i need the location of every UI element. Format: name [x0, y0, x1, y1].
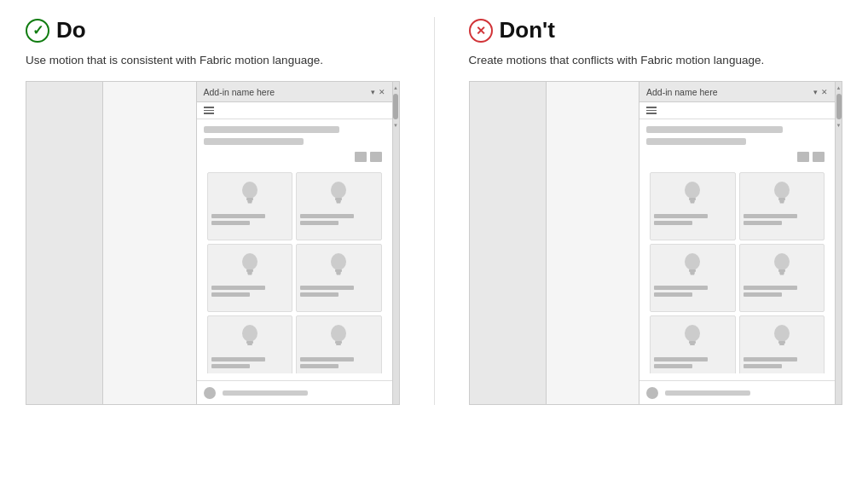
do-header: Do — [26, 17, 400, 43]
svg-rect-31 — [689, 269, 696, 272]
do-grid-item-4 — [296, 244, 382, 312]
dont-bulb-6 — [769, 321, 795, 354]
svg-point-30 — [685, 253, 700, 270]
do-item-lines-5 — [211, 357, 289, 368]
do-item-lines-3 — [211, 286, 289, 297]
pin-icon[interactable]: ▾ — [371, 88, 375, 96]
dont-grid-item-5 — [650, 315, 736, 374]
dont-taskpane-content — [639, 119, 835, 381]
dont-pin-icon[interactable]: ▾ — [813, 88, 818, 96]
svg-point-26 — [774, 182, 790, 199]
dont-grid-item-4 — [739, 244, 825, 312]
svg-rect-18 — [247, 344, 252, 345]
svg-point-8 — [242, 253, 258, 270]
do-scroll-thumb[interactable] — [393, 94, 398, 119]
do-grid-item-6 — [296, 315, 382, 374]
do-item-lines-6 — [300, 357, 378, 368]
dont-content-bar-1 — [646, 126, 783, 133]
dont-hamburger-icon[interactable] — [646, 107, 657, 114]
dont-scroll-up[interactable]: ▲ — [836, 84, 842, 92]
svg-rect-36 — [779, 272, 784, 274]
dont-item-lines-2 — [744, 214, 821, 225]
do-items-grid — [204, 169, 385, 374]
dont-grid-view-btn[interactable] — [813, 152, 825, 162]
do-main-content — [103, 82, 196, 404]
dont-content-bar-2 — [646, 138, 746, 145]
dont-header: Don't — [469, 17, 843, 43]
dont-close-icon[interactable]: ✕ — [821, 88, 828, 96]
svg-rect-29 — [779, 202, 784, 204]
dont-scroll-thumb[interactable] — [836, 94, 842, 119]
do-item-lines-4 — [300, 286, 378, 297]
do-bulb-2 — [326, 178, 351, 211]
check-icon — [26, 19, 49, 43]
dont-taskpane-controls: ▾ ✕ — [813, 88, 828, 96]
svg-rect-10 — [247, 272, 252, 274]
svg-rect-7 — [337, 202, 341, 204]
svg-rect-23 — [689, 198, 696, 200]
dont-grid-item-3 — [650, 244, 736, 312]
svg-rect-37 — [779, 274, 784, 275]
svg-rect-2 — [247, 200, 252, 202]
do-scroll-down[interactable]: ▼ — [392, 121, 399, 130]
dont-scroll-down[interactable]: ▼ — [836, 121, 842, 130]
do-content-bar-2 — [204, 138, 304, 145]
dont-list-view-btn[interactable] — [797, 152, 809, 162]
svg-rect-40 — [690, 344, 695, 345]
dont-taskpane: Add-in name here ▾ ✕ — [639, 82, 835, 404]
dont-mock-window: Add-in name here ▾ ✕ — [469, 81, 843, 405]
dont-taskpane-header: Add-in name here ▾ ✕ — [639, 82, 835, 102]
do-grid-view-btn[interactable] — [370, 152, 382, 162]
do-taskpane-content — [197, 119, 392, 381]
do-taskpane-toolbar — [197, 102, 392, 119]
do-scrollbar[interactable]: ▲ ▼ — [392, 82, 399, 404]
do-sidebar — [26, 82, 103, 404]
svg-rect-21 — [336, 344, 341, 345]
dont-item-lines-6 — [744, 357, 821, 368]
dont-grid-item-6 — [739, 315, 825, 374]
do-taskpane: Add-in name here ▾ ✕ — [196, 82, 392, 404]
svg-rect-9 — [246, 269, 253, 272]
do-grid-item-1 — [207, 172, 293, 240]
svg-point-0 — [242, 182, 258, 199]
svg-rect-17 — [246, 341, 253, 344]
do-grid-item-3 — [207, 244, 293, 312]
svg-rect-5 — [335, 198, 342, 200]
svg-point-16 — [242, 325, 258, 342]
svg-rect-25 — [691, 202, 695, 204]
do-list-view-btn[interactable] — [355, 152, 367, 162]
dont-panel: Don't Create motions that conflicts with… — [469, 17, 843, 405]
dont-item-lines-4 — [744, 286, 821, 297]
dont-bulb-1 — [680, 178, 705, 211]
svg-point-19 — [331, 325, 346, 342]
x-icon — [469, 19, 493, 43]
dont-item-lines-5 — [654, 357, 732, 368]
do-bottom-bar — [223, 390, 308, 396]
do-mock-window: Add-in name here ▾ ✕ — [26, 81, 400, 405]
dont-bottom-circle — [646, 387, 658, 399]
close-icon[interactable]: ✕ — [379, 88, 385, 96]
do-bulb-3 — [237, 250, 263, 282]
svg-rect-6 — [336, 200, 341, 202]
svg-rect-35 — [778, 269, 785, 272]
do-taskpane-bottom — [197, 380, 392, 404]
svg-rect-11 — [247, 274, 252, 275]
do-bottom-circle — [204, 387, 216, 399]
svg-rect-43 — [779, 344, 784, 345]
dont-bottom-bar — [665, 390, 750, 396]
section-divider — [434, 17, 435, 405]
dont-view-controls — [646, 150, 828, 164]
svg-rect-20 — [335, 341, 342, 344]
dont-bulb-3 — [680, 250, 705, 282]
dont-scrollbar[interactable]: ▲ ▼ — [835, 82, 842, 404]
do-hamburger-icon[interactable] — [204, 107, 214, 114]
dont-main-content — [547, 82, 639, 404]
dont-item-lines-3 — [654, 286, 732, 297]
svg-point-12 — [331, 253, 346, 270]
svg-rect-32 — [690, 272, 695, 274]
dont-description: Create motions that conflicts with Fabri… — [469, 52, 843, 69]
do-scroll-up[interactable]: ▲ — [392, 84, 399, 92]
dont-heading: Don't — [500, 17, 555, 43]
do-taskpane-controls: ▾ ✕ — [371, 88, 385, 96]
do-bulb-6 — [326, 321, 351, 354]
